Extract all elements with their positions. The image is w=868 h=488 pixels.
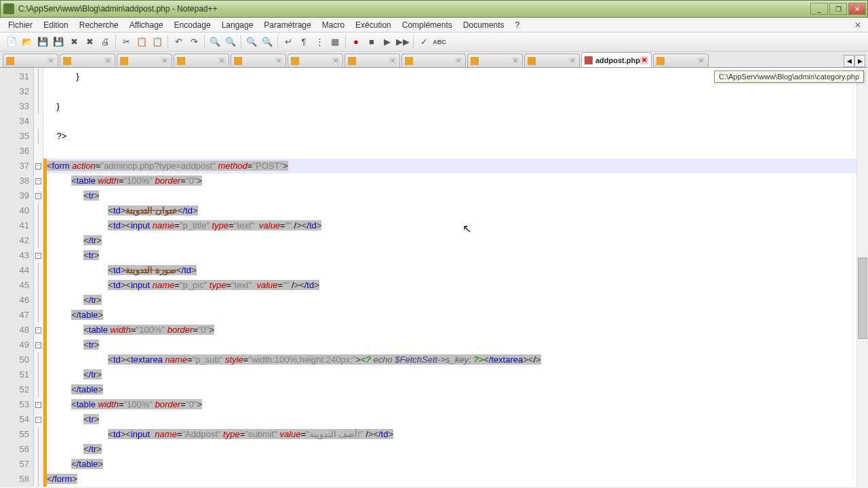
menu-parametrage[interactable]: Paramétrage — [258, 19, 316, 31]
window-title: C:\AppServ\www\Blog\admin\addpost.php - … — [17, 4, 810, 14]
close-document-button[interactable]: ✕ — [850, 20, 865, 30]
window-controls: _ ❐ ✕ — [810, 3, 866, 15]
tab-close-icon[interactable]: ✕ — [275, 57, 283, 65]
zoom-out-icon[interactable]: 🔍 — [260, 35, 275, 49]
separator — [241, 35, 241, 49]
close-all-icon[interactable]: ✖ — [82, 35, 97, 49]
menu-documents[interactable]: Documents — [458, 19, 510, 31]
maximize-button[interactable]: ❐ — [829, 3, 847, 15]
vertical-scrollbar[interactable] — [856, 68, 868, 487]
macro-rec-icon[interactable]: ● — [349, 35, 363, 49]
tab-close-icon[interactable]: ✕ — [454, 57, 462, 65]
tab-label: addpost.php — [595, 56, 640, 64]
zoom-in-icon[interactable]: 🔍 — [244, 35, 259, 49]
close-button[interactable]: ✕ — [848, 3, 866, 15]
tab-6[interactable]: ✕ — [288, 54, 343, 67]
tab-5[interactable]: ✕ — [231, 54, 286, 67]
separator — [413, 35, 414, 49]
undo-icon[interactable]: ↶ — [171, 35, 186, 49]
file-icon — [528, 57, 536, 65]
tab-prev-icon[interactable]: ◀ — [844, 55, 854, 67]
file-icon — [348, 57, 356, 65]
macro-play-multi-icon[interactable]: ▶▶ — [395, 35, 410, 49]
save-all-icon[interactable]: 💾 — [51, 35, 66, 49]
menu-execution[interactable]: Exécution — [350, 19, 397, 31]
macro-stop-icon[interactable]: ■ — [364, 35, 379, 49]
tab-close-icon[interactable]: ✕ — [332, 57, 340, 65]
menu-fichier[interactable]: Fichier — [3, 19, 38, 31]
tab-close-icon[interactable]: ✕ — [161, 57, 169, 65]
cut-icon[interactable]: ✂ — [119, 35, 134, 49]
menu-bar: Fichier Edition Recherche Affichage Enco… — [0, 18, 868, 33]
scrollbar-thumb[interactable] — [858, 258, 867, 339]
tab-close-icon[interactable]: ✕ — [389, 57, 397, 65]
menu-encodage[interactable]: Encodage — [169, 19, 216, 31]
tab-close-icon[interactable]: ✕ — [218, 57, 226, 65]
menu-help[interactable]: ? — [510, 19, 526, 31]
separator — [345, 35, 346, 49]
separator — [115, 35, 116, 49]
wordwrap-icon[interactable]: ↵ — [281, 35, 296, 49]
show-all-chars-icon[interactable]: ¶ — [296, 35, 311, 49]
tab-close-icon[interactable]: ✕ — [568, 57, 576, 65]
close-file-icon[interactable]: ✖ — [66, 35, 81, 49]
replace-icon[interactable]: 🔍 — [223, 35, 238, 49]
tab-4[interactable]: ✕ — [174, 54, 229, 67]
find-icon[interactable]: 🔍 — [208, 35, 222, 49]
tab-1[interactable]: ✕ — [3, 54, 58, 67]
tab-close-icon[interactable]: ✕ — [640, 56, 648, 64]
toolbar: 📄 📂 💾 💾 ✖ ✖ 🖨 ✂ 📋 📋 ↶ ↷ 🔍 🔍 🔍 🔍 ↵ ¶ ⋮ ▦ … — [0, 33, 868, 52]
file-icon — [291, 57, 299, 65]
new-file-icon[interactable]: 📄 — [4, 35, 19, 49]
menu-affichage[interactable]: Affichage — [124, 19, 169, 31]
code-content[interactable]: } } ?><form action="admincp.php?type=add… — [47, 68, 856, 487]
menu-recherche[interactable]: Recherche — [74, 19, 124, 31]
macro-play-icon[interactable]: ▶ — [380, 35, 395, 49]
file-icon — [63, 57, 71, 65]
paste-icon[interactable]: 📋 — [150, 35, 165, 49]
file-icon — [405, 57, 413, 65]
line-number-gutter: 3132333435363738394041424344454647484950… — [0, 68, 34, 487]
file-icon — [120, 57, 128, 65]
tab-9[interactable]: ✕ — [467, 54, 523, 67]
file-icon — [177, 57, 185, 65]
tab-close-icon[interactable]: ✕ — [47, 57, 55, 65]
separator — [167, 35, 168, 49]
menu-edition[interactable]: Edition — [38, 19, 74, 31]
editor-area[interactable]: 3132333435363738394041424344454647484950… — [0, 68, 868, 487]
separator — [277, 35, 278, 49]
fold-icon[interactable]: ▦ — [328, 35, 342, 49]
menu-langage[interactable]: Langage — [216, 19, 259, 31]
tab-close-icon[interactable]: ✕ — [697, 57, 705, 65]
window-titlebar: C:\AppServ\www\Blog\admin\addpost.php - … — [0, 0, 868, 18]
tab-10[interactable]: ✕ — [524, 54, 580, 67]
abc-icon[interactable]: ABC — [432, 35, 447, 49]
tab-12[interactable]: ✕ — [653, 54, 709, 67]
minimize-button[interactable]: _ — [810, 3, 828, 15]
menu-macro[interactable]: Macro — [317, 19, 350, 31]
tab-3[interactable]: ✕ — [117, 54, 172, 67]
app-icon — [3, 3, 14, 14]
separator — [204, 35, 205, 49]
tab-8[interactable]: ✕ — [401, 54, 466, 67]
fold-column[interactable]: −−−−−−−− — [34, 68, 43, 487]
tab-nav: ◀ ▶ — [844, 55, 865, 67]
file-icon — [6, 57, 14, 65]
file-icon — [471, 57, 479, 65]
tab-addpost[interactable]: addpost.php✕ — [581, 52, 652, 67]
open-file-icon[interactable]: 📂 — [20, 35, 35, 49]
file-icon — [234, 57, 242, 65]
save-icon[interactable]: 💾 — [35, 35, 50, 49]
tab-next-icon[interactable]: ▶ — [854, 55, 865, 67]
tab-close-icon[interactable]: ✕ — [104, 57, 112, 65]
tab-close-icon[interactable]: ✕ — [511, 57, 519, 65]
tab-2[interactable]: ✕ — [60, 54, 115, 67]
spellcheck-icon[interactable]: ✓ — [416, 35, 431, 49]
menu-complements[interactable]: Compléments — [397, 19, 458, 31]
print-icon[interactable]: 🖨 — [98, 35, 113, 49]
indent-guide-icon[interactable]: ⋮ — [312, 35, 327, 49]
copy-icon[interactable]: 📋 — [134, 35, 149, 49]
tab-7[interactable]: ✕ — [344, 54, 400, 67]
file-icon — [585, 56, 593, 64]
redo-icon[interactable]: ↷ — [186, 35, 201, 49]
